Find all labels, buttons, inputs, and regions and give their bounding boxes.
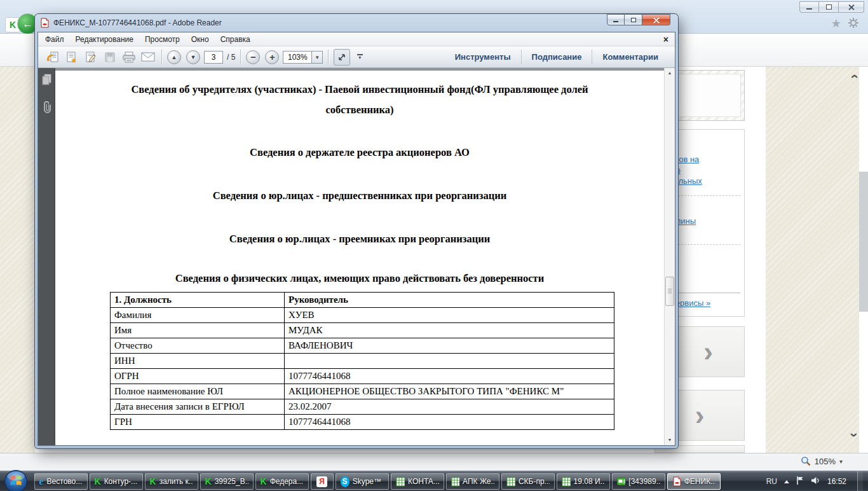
zoom-dropdown-button[interactable]: ▾: [312, 51, 323, 64]
page-thumbnails-icon[interactable]: [41, 73, 52, 88]
menu-help[interactable]: Справка: [215, 34, 256, 45]
taskbar-button-skype[interactable]: S Skype™ ...: [336, 473, 389, 490]
taskbar-button-39925[interactable]: K 39925_В...: [200, 473, 254, 490]
page-number-input[interactable]: [204, 51, 223, 64]
reader-menubar: Файл Редактирование Просмотр Окно Справк…: [38, 32, 675, 46]
scroll-bottom-icon[interactable]: ›: [849, 431, 859, 439]
badge-card-icon: [617, 478, 626, 485]
table-cell-value: ХУЕВ: [285, 308, 614, 323]
taskbar-button-343989[interactable]: [343989...: [612, 473, 665, 490]
document-heading-founders: Сведения об учредителях (участниках) - П…: [55, 80, 664, 120]
table-row: ГРН 1077746441068: [111, 415, 614, 430]
document-scrollbar[interactable]: ▲ ▼: [664, 68, 675, 445]
spreadsheet-icon: [506, 477, 515, 487]
browser-zoom-value: 105%: [815, 457, 836, 466]
print-button[interactable]: [121, 49, 137, 66]
browser-zoom-control[interactable]: 105% ▾: [801, 456, 843, 466]
magnifier-icon: [801, 456, 811, 466]
tools-panel-tab[interactable]: Инструменты: [445, 50, 521, 64]
start-button[interactable]: [4, 469, 28, 491]
scroll-top-icon[interactable]: ›: [849, 72, 859, 81]
table-cell-label: Имя: [111, 323, 285, 338]
chevron-right-icon: ›: [703, 333, 713, 371]
table-cell-value: ВАФЛЕНОВИЧ: [285, 338, 614, 354]
reader-titlebar[interactable]: ФЕНИКС_М-1077746441068.pdf - Adobe Reade…: [35, 14, 678, 32]
volume-speaker-icon[interactable]: [811, 476, 820, 487]
reader-minimize-button[interactable]: [607, 14, 625, 25]
menu-file[interactable]: Файл: [39, 34, 70, 45]
reader-window-controls[interactable]: [607, 14, 670, 25]
taskbar-button-kontur[interactable]: K Контур-...: [90, 473, 143, 490]
next-page-button[interactable]: ▼: [186, 50, 200, 64]
toolbar-separator: [240, 50, 241, 65]
table-cell-label: Дата внесения записи в ЕГРЮЛ: [111, 399, 285, 415]
gear-icon[interactable]: [848, 17, 859, 31]
menu-view[interactable]: Просмотр: [139, 34, 186, 45]
taskbar: e Вестово... K Контур-... K залить к... …: [0, 471, 868, 491]
taskbar-button-1908[interactable]: 19.08 И...: [557, 473, 610, 490]
table-cell-value: 1077746441068: [285, 369, 614, 384]
open-file-button[interactable]: [44, 49, 61, 66]
window-title: ФЕНИКС_М-1077746441068.pdf - Adobe Reade…: [53, 18, 222, 27]
create-pdf-button[interactable]: [64, 49, 80, 66]
taskbar-button-konta[interactable]: КОНТА...: [391, 473, 444, 490]
browser-scrollbar-thumb[interactable]: [859, 172, 868, 312]
spreadsheet-icon: [451, 477, 460, 487]
pdf-page[interactable]: Сведения об учредителях (участниках) - П…: [55, 71, 664, 445]
browser-window-controls[interactable]: [799, 1, 864, 13]
reader-close-button[interactable]: [642, 14, 670, 25]
zoom-level-value[interactable]: 103%: [283, 51, 312, 64]
show-hidden-icons-button[interactable]: [784, 480, 789, 483]
scrollbar-thumb[interactable]: [665, 277, 674, 306]
table-cell-value: МУДАК: [285, 323, 614, 338]
menu-window[interactable]: Окно: [186, 34, 215, 45]
attachments-paperclip-icon[interactable]: [41, 100, 51, 118]
reader-toolbar: ▲ ▼ / 5 − + 103% ▾ ▾ Инструменты Подписа…: [38, 46, 675, 68]
browser-close-button[interactable]: [839, 1, 864, 13]
taskbar-button-vestovo[interactable]: e Вестово...: [34, 473, 88, 490]
action-center-flag-icon[interactable]: [796, 476, 804, 488]
zoom-out-button[interactable]: −: [246, 50, 260, 64]
toolbar-overflow-button[interactable]: ▾: [355, 54, 364, 60]
sign-panel-tab[interactable]: Подписание: [521, 50, 592, 64]
zoom-in-button[interactable]: +: [265, 50, 279, 64]
scrollbar-up-icon[interactable]: ▲: [665, 68, 675, 78]
taskbar-button-yandex[interactable]: Я: [311, 473, 334, 490]
fit-page-button[interactable]: [334, 49, 350, 66]
chevron-down-icon: ▾: [358, 56, 361, 60]
language-indicator[interactable]: RU: [766, 477, 777, 486]
table-row: Отчество ВАФЛЕНОВИЧ: [111, 338, 614, 354]
comment-panel-tab[interactable]: Комментарии: [592, 50, 668, 64]
spreadsheet-icon: [396, 477, 405, 487]
clock[interactable]: 16:52: [827, 477, 846, 486]
internet-explorer-icon: e: [39, 476, 44, 487]
taskbar-button-zalit[interactable]: K залить к...: [145, 473, 198, 490]
table-cell-label: Отчество: [111, 338, 285, 354]
taskbar-button-skb[interactable]: СКБ-пр...: [501, 473, 555, 490]
favorites-star-icon[interactable]: ★: [831, 17, 841, 31]
previous-page-button[interactable]: ▲: [167, 50, 181, 64]
browser-maximize-button[interactable]: [819, 1, 839, 13]
table-row: 1. Должность Руководитель: [111, 293, 614, 308]
reader-maximize-button[interactable]: [625, 14, 642, 25]
menu-edit[interactable]: Редактирование: [70, 34, 139, 45]
document-heading-persons: Сведения о физических лицах, имеющих пра…: [55, 268, 664, 289]
show-desktop-button[interactable]: [857, 471, 863, 491]
taskbar-button-federa[interactable]: K Федера...: [255, 473, 309, 490]
table-cell-value: АКЦИОНЕРНОЕ ОБЩЕСТВО ЗАКРЫТОГО ТИПА "ФЕН…: [285, 384, 614, 399]
menubar-close-icon[interactable]: ×: [663, 36, 668, 43]
windows-logo-icon: [4, 469, 28, 491]
taskbar-button-apk[interactable]: АПК Же...: [446, 473, 499, 490]
browser-minimize-button[interactable]: [799, 1, 819, 13]
email-button[interactable]: [140, 49, 156, 66]
table-cell-label: Полное наименование ЮЛ: [111, 384, 285, 399]
save-button[interactable]: [102, 49, 118, 66]
scrollbar-down-icon[interactable]: ▼: [665, 435, 675, 445]
table-row: Полное наименование ЮЛ АКЦИОНЕРНОЕ ОБЩЕС…: [111, 384, 614, 399]
pdf-file-icon: [40, 18, 50, 28]
kontur-icon: K: [205, 477, 212, 487]
table-cell-label: ИНН: [111, 354, 285, 369]
table-row: Фамилия ХУЕВ: [111, 308, 614, 323]
sign-document-button[interactable]: [83, 49, 99, 66]
taskbar-button-fenik[interactable]: ФЕНИК...: [667, 473, 721, 490]
